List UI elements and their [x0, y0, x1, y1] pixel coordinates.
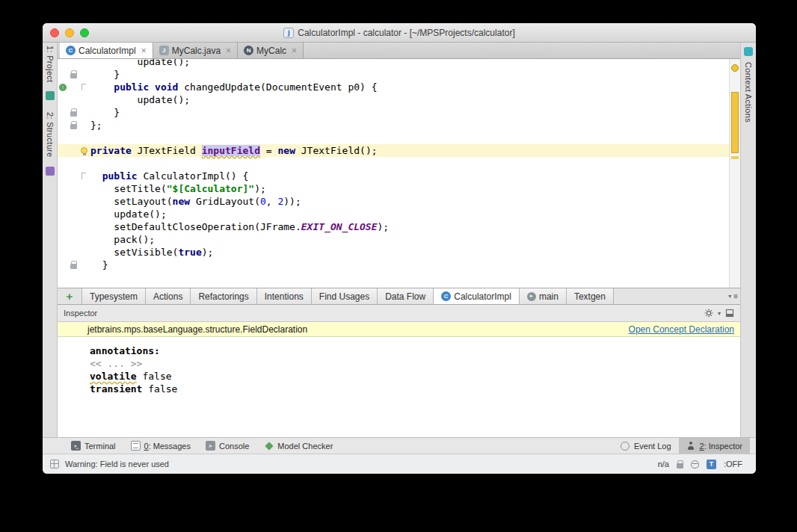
- close-tab-icon[interactable]: ×: [141, 46, 147, 55]
- tab-list-icon[interactable]: ≡: [733, 292, 738, 300]
- aspect-tab-data-flow[interactable]: Data Flow: [377, 288, 433, 304]
- code-line[interactable]: };: [58, 119, 729, 132]
- toolwindow-button-project[interactable]: 1: Project: [46, 46, 55, 82]
- code-line[interactable]: update();: [58, 93, 729, 106]
- aspect-tab-main[interactable]: main: [519, 288, 566, 304]
- intention-bulb-icon[interactable]: [81, 147, 87, 154]
- gear-dropdown-chevron-icon[interactable]: ▾: [718, 310, 721, 317]
- status-bar: Warning: Field is never used n/a T :OFF: [43, 454, 756, 474]
- gutter-col-folding: [79, 147, 89, 154]
- toolwindow-button-structure[interactable]: 2: Structure: [46, 112, 55, 157]
- code-token: pack();: [90, 234, 155, 245]
- code-line[interactable]: setVisible(true);: [58, 246, 729, 259]
- open-concept-declaration-link[interactable]: Open Concept Declaration: [629, 324, 734, 335]
- aspect-tab-intentions[interactable]: Intentions: [256, 288, 311, 304]
- inspector-line[interactable]: annotations:: [90, 344, 740, 357]
- aspect-tab-textgen[interactable]: Textgen: [566, 288, 614, 304]
- left-strip-tool-icon[interactable]: [46, 91, 55, 100]
- toolwindow-button-label: Console: [219, 442, 249, 451]
- aspect-tab-actions[interactable]: Actions: [145, 288, 190, 304]
- code-text: setDefaultCloseOperation(JFrame.EXIT_ON_…: [90, 221, 389, 232]
- code-line[interactable]: setLayout(new GridLayout(0, 2));: [58, 195, 729, 208]
- desktop-background: j CalculatorImpl - calculator - [~/MPSPr…: [0, 0, 797, 532]
- aspect-tab-refactorings[interactable]: Refactorings: [190, 288, 256, 304]
- code-line[interactable]: private JTextField inputField = new JTex…: [58, 144, 729, 157]
- code-line[interactable]: }: [58, 68, 729, 81]
- editor-tab-mycalc[interactable]: NMyCalc×: [238, 43, 304, 58]
- code-text: update();: [90, 94, 190, 105]
- fold-marker[interactable]: [81, 173, 86, 179]
- code-line[interactable]: }: [58, 259, 729, 271]
- toolwindow-button-model-checker[interactable]: Model Checker: [256, 438, 340, 454]
- editor-tab-mycalc-java[interactable]: JMyCalc.java×: [153, 43, 238, 58]
- code-text: }: [90, 69, 120, 80]
- code-text: private JTextField inputField = new JTex…: [90, 145, 378, 156]
- left-strip-tool-icon-2[interactable]: [46, 167, 55, 176]
- editor-column: CCalculatorImpl×JMyCalc.java×NMyCalc× up…: [58, 43, 740, 437]
- code-line[interactable]: [58, 157, 729, 170]
- code-token: [90, 81, 114, 93]
- toolwindow-button-context-actions[interactable]: Context Actions: [744, 62, 753, 123]
- zoom-window-button[interactable]: [80, 28, 89, 37]
- unlock-icon[interactable]: [677, 463, 683, 468]
- toolwindow-button-event-log[interactable]: Event Log: [613, 438, 679, 454]
- code-editor[interactable]: update(); } public void changedUpdate(Do…: [58, 59, 740, 288]
- toolwindow-button-2-inspector[interactable]: 2: Inspector: [679, 438, 750, 454]
- code-text: pack();: [90, 234, 155, 245]
- code-line[interactable]: }: [58, 106, 729, 119]
- aspect-tab-find-usages[interactable]: Find Usages: [311, 288, 377, 304]
- error-stripe-marker[interactable]: [731, 92, 739, 153]
- code-token: setLayout(: [90, 196, 173, 207]
- event-log-icon: [621, 441, 630, 451]
- chevron-down-icon[interactable]: ▾: [728, 293, 731, 300]
- override-marker-icon[interactable]: [59, 84, 67, 91]
- close-tab-icon[interactable]: ×: [292, 46, 297, 55]
- toolwindow-switcher-icon[interactable]: [50, 460, 59, 468]
- error-stripe-tick[interactable]: [731, 156, 739, 159]
- code-token: EXIT_ON_CLOSE: [301, 221, 378, 232]
- code-line[interactable]: update();: [58, 208, 729, 220]
- editor-tab-calculatorimpl[interactable]: CCalculatorImpl×: [60, 43, 153, 58]
- code-token: GridLayout(: [190, 196, 260, 207]
- toolwindow-button-console[interactable]: Console: [198, 438, 256, 454]
- aspect-tab-calculatorimpl[interactable]: CCalculatorImpl: [433, 288, 519, 304]
- code-line[interactable]: pack();: [58, 233, 729, 246]
- close-window-button[interactable]: [50, 28, 59, 37]
- fold-marker[interactable]: [81, 84, 86, 90]
- code-line[interactable]: [58, 132, 729, 144]
- gear-icon[interactable]: [704, 309, 713, 318]
- error-stripe[interactable]: [729, 59, 740, 288]
- inspector-text: << ... >>: [90, 358, 142, 369]
- toolwindow-button-terminal[interactable]: Terminal: [64, 438, 123, 454]
- code-token: inputField: [202, 145, 260, 156]
- aspect-tab-label: Data Flow: [385, 291, 425, 302]
- app-icon: j: [283, 28, 294, 38]
- inspector-text: volatile false: [90, 371, 172, 382]
- concept-name: jetbrains.mps.baseLanguage.structure.Fie…: [87, 324, 307, 335]
- code-text: public CalculatorImpl() {: [90, 170, 248, 182]
- minimize-window-button[interactable]: [65, 28, 74, 37]
- right-strip-tool-icon[interactable]: [744, 47, 753, 56]
- add-aspect-button[interactable]: +: [58, 288, 81, 304]
- gutter-col-locks: [68, 70, 79, 78]
- hector-inspector-icon[interactable]: [691, 460, 699, 468]
- inspector-line[interactable]: transient false: [90, 383, 740, 395]
- code-line[interactable]: public CalculatorImpl() {: [58, 170, 729, 182]
- inspector-content[interactable]: annotations:<< ... >>volatile falsetrans…: [58, 337, 740, 437]
- close-tab-icon[interactable]: ×: [226, 46, 231, 55]
- inspector-line[interactable]: << ... >>: [90, 357, 740, 370]
- class-icon: C: [441, 291, 451, 301]
- inspections-status-icon[interactable]: [731, 64, 739, 72]
- code-line[interactable]: update();: [58, 59, 729, 68]
- typesystem-toggle-icon[interactable]: T: [707, 460, 716, 469]
- hide-panel-icon[interactable]: [725, 309, 734, 318]
- aspect-tab-typesystem[interactable]: Typesystem: [81, 288, 145, 304]
- toolwindow-button-0-messages[interactable]: 0: Messages: [123, 438, 198, 454]
- code-line[interactable]: setDefaultCloseOperation(JFrame.EXIT_ON_…: [58, 220, 729, 233]
- titlebar[interactable]: j CalculatorImpl - calculator - [~/MPSPr…: [43, 23, 756, 43]
- code-line[interactable]: public void changedUpdate(DocumentEvent …: [58, 81, 729, 93]
- code-line[interactable]: setTitle("$[Calculator]");: [58, 182, 729, 195]
- code-token: new: [277, 145, 295, 156]
- inspector-token: volatile: [90, 371, 137, 382]
- inspector-line[interactable]: volatile false: [90, 370, 740, 383]
